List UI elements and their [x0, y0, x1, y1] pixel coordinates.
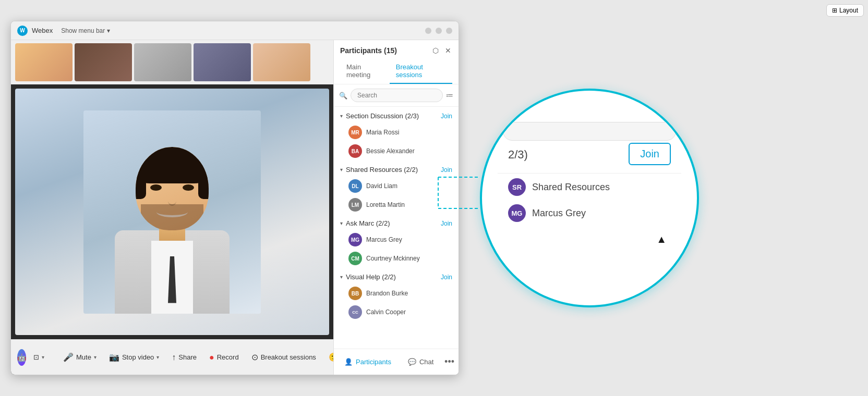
webex-logo: W	[17, 26, 28, 36]
video-layout-icon: ⊡	[33, 353, 39, 361]
maximize-button[interactable]	[436, 28, 442, 34]
emoji-button[interactable]: 🙂	[323, 348, 333, 366]
zoom-avatar-marcus: MG	[508, 204, 526, 222]
video-area: ⊞ Layout	[11, 40, 333, 375]
avatar-david-liam: DL	[348, 179, 362, 193]
participants-tab-label: Participants	[356, 358, 391, 366]
zoom-divider	[498, 173, 681, 174]
chat-tab-label: Chat	[419, 358, 433, 366]
breakout-group-section-discussion: ▾ Section Discussion (2/3) Join MR Maria…	[334, 109, 459, 160]
avatar-maria-rossi: MR	[348, 126, 362, 139]
name-calvin-cooper: Calvin Cooper	[366, 308, 406, 316]
stop-video-label: Stop video	[122, 353, 154, 361]
zoom-avatar-shared: SR	[508, 178, 526, 196]
group-header-visual-help[interactable]: ▾ Visual Help (2/2) Join	[334, 270, 459, 284]
group-header-section-discussion[interactable]: ▾ Section Discussion (2/3) Join	[334, 109, 459, 123]
share-button[interactable]: ↑ Share	[166, 349, 202, 366]
record-label: Record	[217, 353, 239, 361]
participants-icon: 👤	[344, 358, 353, 366]
name-david-liam: David Liam	[366, 182, 397, 190]
group-name-1: Section Discussion (2/3)	[346, 112, 441, 120]
thumbnail-5	[253, 43, 310, 81]
record-icon: ●	[209, 353, 214, 362]
group-join-1[interactable]: Join	[441, 113, 452, 120]
title-bar: W Webex Show menu bar ▾	[11, 21, 459, 40]
tab-breakout-sessions[interactable]: Breakout sessions	[390, 60, 452, 84]
tab-main-meeting[interactable]: Main meeting	[340, 60, 390, 84]
app-title: Webex	[32, 27, 53, 34]
sidebar-header: Participants (15) ⬡ ✕ Main meeting Break…	[334, 40, 459, 84]
avatar-loretta-martin: LM	[348, 198, 362, 212]
search-icon: 🔍	[339, 92, 347, 100]
participant-maria-rossi: MR Maria Rossi	[334, 123, 459, 142]
record-button[interactable]: ● Record	[204, 349, 244, 366]
zoom-participant-marcus: MG Marcus Grey	[508, 204, 586, 222]
zoom-section: 2/3) Join SR Shared Resources MG Marcus …	[480, 89, 699, 307]
thumbnail-strip: ⊞ Layout	[11, 40, 333, 84]
zoom-name-shared: Shared Resources	[532, 182, 610, 193]
zoom-sort-icon	[675, 126, 686, 140]
window-controls	[425, 28, 452, 34]
search-input[interactable]	[351, 89, 443, 102]
content-area: ⊞ Layout	[11, 40, 459, 375]
group-name-3: Ask Marc (2/2)	[346, 219, 441, 227]
main-video-person	[83, 110, 261, 314]
sidebar-tabs: Main meeting Breakout sessions	[340, 60, 452, 84]
group-chevron-3: ▾	[340, 220, 343, 226]
name-brandon-burke: Brandon Burke	[366, 290, 408, 297]
group-chevron-2: ▾	[340, 167, 343, 172]
search-row: 🔍 ≔	[334, 84, 459, 107]
popout-icon[interactable]: ⬡	[431, 45, 440, 56]
breakout-group-visual-help: ▾ Visual Help (2/2) Join BB Brandon Burk…	[334, 270, 459, 321]
chat-icon: 💬	[408, 358, 416, 366]
avatar-icon: 🤖	[17, 349, 26, 366]
breakout-label: Breakout sessions	[261, 353, 316, 361]
sort-icon[interactable]: ≔	[446, 91, 453, 100]
close-button[interactable]	[446, 28, 452, 34]
name-courtney-mckinney: Courtney Mckinney	[366, 255, 420, 262]
name-loretta-martin: Loretta Martin	[366, 201, 405, 208]
zoom-search-bar	[503, 122, 676, 141]
zoom-participant-shared: SR Shared Resources	[508, 178, 610, 196]
main-window: W Webex Show menu bar ▾ ⊞	[10, 21, 459, 375]
thumbnail-4	[194, 43, 251, 81]
zoom-name-marcus: Marcus Grey	[532, 208, 586, 219]
more-options-button[interactable]: •••	[444, 356, 454, 367]
emoji-icon: 🙂	[329, 352, 333, 362]
thumbnail-3	[134, 43, 191, 81]
mute-button[interactable]: 🎤 Mute ▾	[58, 348, 102, 366]
minimize-button[interactable]	[425, 28, 431, 34]
show-menu-bar[interactable]: Show menu bar ▾	[61, 27, 110, 34]
avatar-calvin-cooper: CC	[348, 305, 362, 319]
tab-participants[interactable]: 👤 Participants	[338, 354, 397, 370]
stop-video-button[interactable]: 📷 Stop video ▾	[104, 348, 164, 366]
participant-courtney-mckinney: CM Courtney Mckinney	[334, 249, 459, 268]
zoom-content: 2/3) Join SR Shared Resources MG Marcus …	[482, 91, 697, 305]
avatar-courtney-mckinney: CM	[348, 252, 362, 265]
toolbar: 🤖 ⊡ ▾ 🎤 Mute ▾ 📷 Stop video ▾ ↑	[11, 339, 333, 375]
avatar-bessie-alexander: BA	[348, 144, 362, 158]
sidebar-close-icon[interactable]: ✕	[444, 45, 452, 56]
group-join-4[interactable]: Join	[441, 274, 452, 281]
tab-chat[interactable]: 💬 Chat	[402, 354, 440, 370]
breakout-sessions-button[interactable]: ⊙ Breakout sessions	[246, 348, 321, 366]
name-maria-rossi: Maria Rossi	[366, 129, 399, 136]
sidebar-icons: ⬡ ✕	[431, 45, 452, 56]
sidebar-title-row: Participants (15) ⬡ ✕	[340, 45, 452, 56]
zoom-join-button[interactable]: Join	[629, 143, 671, 165]
thumbnail-2	[75, 43, 132, 81]
name-bessie-alexander: Bessie Alexander	[366, 147, 415, 155]
camera-icon: 📷	[109, 352, 119, 362]
group-name-2: Shared Resources (2/2)	[346, 166, 441, 174]
breakout-icon: ⊙	[251, 352, 258, 362]
video-layout-button[interactable]: ⊡ ▾	[28, 349, 50, 365]
share-label: Share	[178, 353, 197, 361]
avatar-brandon-burke: BB	[348, 287, 362, 300]
thumbnail-1	[15, 43, 73, 81]
zoom-cursor: ▲	[656, 233, 667, 245]
sidebar-bottom-tabs: 👤 Participants 💬 Chat •••	[334, 349, 459, 375]
participant-calvin-cooper: CC Calvin Cooper	[334, 303, 459, 321]
name-marcus-grey: Marcus Grey	[366, 236, 402, 243]
zoom-circle: 2/3) Join SR Shared Resources MG Marcus …	[480, 89, 699, 307]
participant-bessie-alexander: BA Bessie Alexander	[334, 142, 459, 160]
